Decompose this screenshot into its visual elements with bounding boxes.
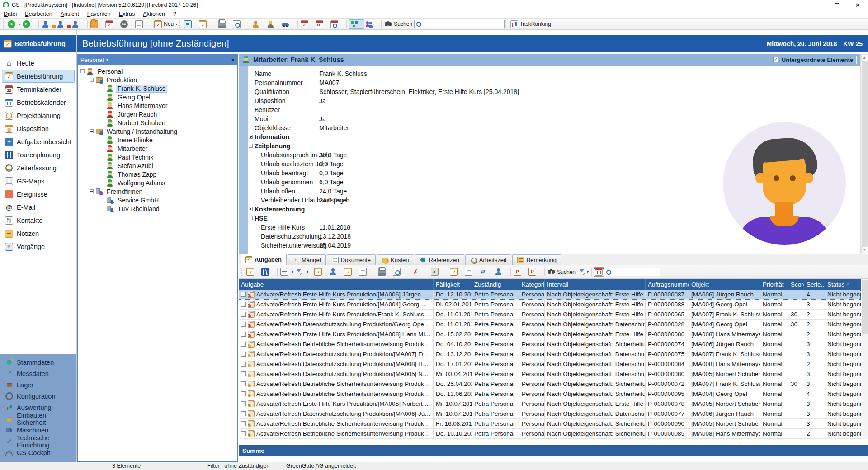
column-header-prioritaet[interactable]: Priorität: [760, 279, 788, 290]
menu-item[interactable]: Extras: [119, 11, 135, 17]
maximize-button[interactable]: [826, 0, 847, 10]
vehicle-icon[interactable]: ▾: [281, 20, 296, 28]
tree-node-paul-technik[interactable]: Paul Technik: [78, 153, 237, 161]
tree-node-fremdfirmen[interactable]: Fremdfirmen: [78, 187, 237, 196]
menu-item[interactable]: Favoriten: [87, 11, 111, 17]
expand-collapse-icon[interactable]: [80, 69, 85, 73]
task-row[interactable]: Activate/Refresh Erste Hilfe Kurs Produk…: [239, 290, 861, 300]
filter-icon[interactable]: ▾: [294, 268, 309, 276]
row-checkbox[interactable]: [241, 322, 246, 327]
column-header-status[interactable]: Status△: [825, 279, 861, 290]
subelements-checkbox[interactable]: [773, 57, 778, 62]
column-header-objekt[interactable]: Objekt: [689, 279, 760, 290]
column-header-score[interactable]: Score: [788, 279, 804, 290]
menu-item[interactable]: Datei: [4, 11, 17, 17]
detail-field-row[interactable]: Disposition Ja: [239, 96, 860, 105]
column-header-kategorie[interactable]: Kategorie: [519, 279, 545, 290]
sidebar-item-messdaten[interactable]: Messdaten: [2, 368, 75, 379]
autobahn-icon[interactable]: ▾: [260, 268, 275, 276]
tree-node-thomas-zapp[interactable]: Thomas Zapp: [78, 170, 237, 179]
expand-collapse-icon[interactable]: [249, 144, 253, 148]
task-row[interactable]: Activate/Refresh Datenschutzschulung Pro…: [239, 409, 861, 419]
expand-collapse-icon[interactable]: [249, 135, 253, 139]
close-button[interactable]: ✕: [847, 0, 868, 10]
export-icon[interactable]: ▾: [430, 268, 445, 276]
expand-collapse-icon[interactable]: [249, 216, 253, 220]
sidebar-item-betriebsfuehrung[interactable]: Betriebsführung: [2, 70, 75, 83]
tree-node-georg-opel[interactable]: Georg Opel: [78, 93, 237, 101]
tree-node-norbert-schubert[interactable]: Norbert Schubert: [78, 118, 237, 127]
sidebar-item-konfiguration[interactable]: Konfiguration: [2, 390, 75, 402]
row-checkbox[interactable]: [241, 342, 246, 347]
task-row[interactable]: Activate/Refresh Erste Hilfe Kurs Produk…: [239, 310, 861, 320]
tree-node-juergen-rauch[interactable]: Jürgen Rauch: [78, 110, 237, 118]
task-row[interactable]: Activate/Refresh Betriebliche Sicherheit…: [239, 339, 861, 349]
task-row[interactable]: Activate/Refresh Erste Hilfe Kurs Produk…: [239, 329, 861, 339]
tree-panel-header[interactable]: Personal ▾ ×: [78, 54, 237, 65]
tab-referenzen[interactable]: Referenzen: [415, 254, 464, 265]
table-scrollbar[interactable]: [861, 279, 868, 439]
sidebar-item-projektplanung[interactable]: Projektplanung: [2, 109, 75, 122]
row-checkbox[interactable]: [241, 302, 246, 307]
scrollbar-thumb[interactable]: [862, 280, 868, 334]
print-icon[interactable]: ▾: [217, 20, 232, 28]
task-row[interactable]: Activate/Refresh Betriebliche Sicherheit…: [239, 379, 861, 389]
expand-collapse-icon[interactable]: [90, 78, 94, 82]
menu-item[interactable]: Ansicht: [61, 11, 79, 17]
tab-kosten[interactable]: Kosten: [377, 254, 414, 265]
tree-node-produktion[interactable]: Produktion: [78, 75, 237, 84]
minimize-button[interactable]: [806, 0, 826, 10]
tree-node-service-gmbh[interactable]: Service GmbH: [78, 196, 237, 204]
tree-node-irene-blimke[interactable]: Irene Blimke: [78, 136, 237, 144]
task-check-icon[interactable]: ▾: [245, 268, 260, 276]
back-icon[interactable]: ▾: [7, 20, 22, 28]
tree-node-personal[interactable]: Personal: [78, 67, 237, 75]
tab-dokumente[interactable]: Dokumente: [327, 254, 376, 265]
view-list-icon[interactable]: ▾: [279, 268, 294, 276]
detail-field-row[interactable]: Name Frank K. Schluss: [239, 69, 860, 78]
menu-item[interactable]: ?: [173, 11, 176, 17]
task-row[interactable]: Activate/Refresh Datenschutzschulung Pro…: [239, 349, 861, 359]
sidebar-item-email[interactable]: E-Mail: [2, 201, 75, 214]
calendar-search-icon[interactable]: ▾: [330, 20, 344, 28]
row-checkbox[interactable]: [241, 431, 246, 436]
tree-node-hans-mittermayer[interactable]: Hans Mittermayer: [78, 101, 237, 110]
tab-bemerkung[interactable]: Bemerkung: [512, 254, 561, 265]
sidebar-item-tourenplanung[interactable]: Tourenplanung: [2, 148, 75, 161]
column-header-serie[interactable]: Serie...: [804, 279, 825, 290]
sidebar-item-gs-cockpit[interactable]: GS-Cockpit: [2, 447, 75, 458]
task-row[interactable]: Activate/Refresh Erste Hilfe Kurs Produk…: [239, 399, 861, 409]
task-row[interactable]: Activate/Refresh Datenschutzschulung Pro…: [239, 320, 861, 329]
tree-node-frank-k-schluss[interactable]: Frank K. Schluss: [78, 84, 237, 93]
column-header-intervall[interactable]: Intervall: [545, 279, 646, 290]
calendar-task-icon[interactable]: ▾: [300, 20, 315, 28]
detail-scrollbar[interactable]: ▲ ▼: [860, 54, 868, 254]
sidebar-item-technische-einrichtung[interactable]: Technische Einrichtung: [2, 436, 75, 447]
row-checkbox[interactable]: [241, 332, 246, 337]
column-header-auftragsnummer[interactable]: Auftragsnummer: [646, 279, 689, 290]
preview-table-icon[interactable]: ▾: [392, 268, 407, 276]
add-person-icon[interactable]: ▾: [41, 20, 56, 28]
tab-maengel[interactable]: Mängel: [288, 254, 326, 265]
scrollbar-thumb[interactable]: [862, 61, 868, 246]
calendar-grid-icon[interactable]: ▾: [315, 20, 330, 28]
global-search-input[interactable]: [422, 21, 503, 27]
sidebar-item-zeiterfassung[interactable]: Zeiterfassung: [2, 161, 75, 174]
worker-orange-icon[interactable]: ▾: [251, 20, 266, 28]
sidebar-item-aufgabenuebersicht[interactable]: Aufgabenübersicht: [2, 135, 75, 148]
sidebar-item-heute[interactable]: Heute: [2, 56, 75, 70]
calendar-view-icon[interactable]: [594, 267, 604, 277]
tree-node-wartung-instandhaltung[interactable]: Wartung / Instandhaltung: [78, 127, 237, 136]
task-info-icon[interactable]: ▾: [358, 268, 373, 276]
row-checkbox[interactable]: [241, 391, 246, 396]
row-checkbox[interactable]: [241, 421, 246, 426]
expand-collapse-icon[interactable]: [90, 189, 94, 193]
forward-icon[interactable]: ▾: [22, 20, 37, 28]
menu-item[interactable]: Bearbeiten: [25, 11, 52, 17]
detail-field-row[interactable]: Personalnummer MA007: [239, 78, 860, 87]
sidebar-item-ereignisse[interactable]: Ereignisse: [2, 188, 75, 201]
tab-aufgaben[interactable]: Aufgaben: [241, 254, 287, 265]
tree-node-wolfgang-adams[interactable]: Wolfgang Adams: [78, 179, 237, 187]
calendar-check-icon[interactable]: ▾: [104, 20, 119, 28]
print-preview-icon[interactable]: ▾: [232, 20, 247, 28]
